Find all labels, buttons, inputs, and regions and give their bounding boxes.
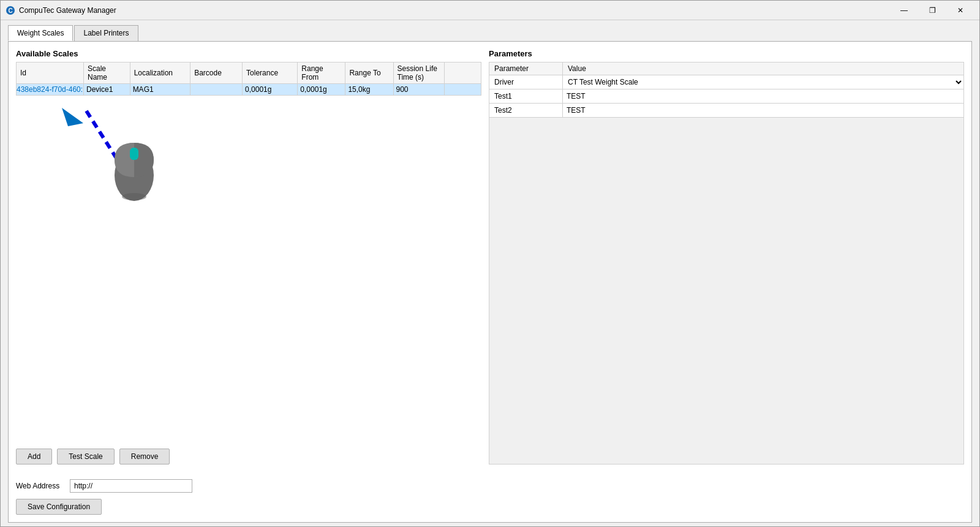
param-name-test1: Test1 [489, 89, 563, 104]
col-id: Id [17, 63, 84, 84]
param-row-test2: Test2 [489, 104, 964, 118]
table-row[interactable]: 438eb824-f70d-460: [17, 84, 481, 96]
content-area: Available Scales Id Scale Name Localizat… [8, 41, 972, 523]
app-title: CompuTec Gateway Manager [19, 6, 116, 15]
col-parameter: Parameter [489, 63, 563, 75]
col-range-to: Range To [345, 63, 393, 84]
right-panel: Parameters Parameter Value Driver [489, 49, 964, 464]
app-icon: C [6, 6, 15, 15]
param-value-test2[interactable] [563, 104, 964, 118]
maximize-button[interactable]: ❐ [918, 1, 946, 20]
col-localization: Localization [130, 63, 190, 84]
tab-weight-scales[interactable]: Weight Scales [8, 25, 73, 41]
svg-point-8 [122, 193, 146, 200]
available-scales-title: Available Scales [16, 49, 481, 58]
web-address-label: Web Address [16, 482, 65, 490]
cell-localization[interactable] [130, 84, 190, 96]
remove-button[interactable]: Remove [119, 449, 170, 464]
title-bar: C CompuTec Gateway Manager — ❐ ✕ [1, 1, 979, 20]
test-scale-button[interactable]: Test Scale [57, 449, 114, 464]
add-button[interactable]: Add [16, 449, 52, 464]
param-value-test1[interactable] [563, 89, 964, 104]
col-value: Value [563, 63, 964, 75]
session-life-time-input[interactable] [394, 84, 444, 95]
tabs: Weight Scales Label Printers [8, 25, 972, 41]
col-range-from: Range From [298, 63, 345, 84]
params-gray-area [489, 118, 964, 464]
bottom-section: Web Address Save Configuration [16, 474, 964, 515]
svg-rect-7 [130, 148, 138, 160]
title-bar-controls: — ❐ ✕ [890, 1, 974, 20]
main-content: Weight Scales Label Printers Available S… [1, 20, 979, 527]
localization-input[interactable] [130, 84, 190, 95]
save-configuration-button[interactable]: Save Configuration [16, 499, 102, 515]
param-name-driver: Driver [489, 75, 563, 89]
cell-scale-name[interactable] [84, 84, 130, 96]
cell-range-to[interactable] [345, 84, 393, 96]
cell-tolerance[interactable] [243, 84, 298, 96]
tab-label-printers[interactable]: Label Printers [74, 25, 138, 41]
barcode-input[interactable] [190, 84, 242, 95]
col-barcode: Barcode [190, 63, 243, 84]
scales-table: Id Scale Name Localization Barcode Toler… [16, 62, 481, 96]
cell-barcode[interactable] [190, 84, 243, 96]
param-value-driver[interactable]: CT Test Weight Scale [563, 75, 964, 89]
cell-extra [445, 84, 481, 96]
test1-input[interactable] [563, 90, 963, 102]
range-from-input[interactable] [298, 84, 345, 95]
left-panel: Available Scales Id Scale Name Localizat… [16, 49, 481, 464]
driver-select[interactable]: CT Test Weight Scale [563, 75, 963, 89]
cell-id: 438eb824-f70d-460: [17, 84, 84, 96]
svg-text:C: C [8, 7, 12, 14]
param-row-test1: Test1 [489, 89, 964, 104]
col-session-life-time: Session Life Time (s) [393, 63, 444, 84]
col-extra [445, 63, 481, 84]
cell-range-from[interactable] [298, 84, 345, 96]
table-header-row: Id Scale Name Localization Barcode Toler… [17, 63, 481, 84]
scale-name-input[interactable] [84, 84, 130, 95]
minimize-button[interactable]: — [890, 1, 918, 20]
col-tolerance: Tolerance [243, 63, 298, 84]
params-header-row: Parameter Value [489, 63, 964, 75]
cell-session-life-time[interactable] [393, 84, 444, 96]
parameters-table: Parameter Value Driver CT Test Weight Sc… [489, 62, 964, 118]
title-bar-left: C CompuTec Gateway Manager [6, 6, 116, 15]
col-scale-name: Scale Name [84, 63, 130, 84]
mouse-illustration [107, 129, 162, 203]
param-name-test2: Test2 [489, 104, 563, 118]
test2-input[interactable] [563, 104, 963, 116]
buttons-row: Add Test Scale Remove [16, 449, 481, 464]
svg-marker-3 [62, 108, 83, 126]
web-address-input[interactable] [70, 479, 192, 493]
range-to-input[interactable] [345, 84, 393, 95]
panels-row: Available Scales Id Scale Name Localizat… [16, 49, 964, 464]
param-row-driver: Driver CT Test Weight Scale [489, 75, 964, 89]
parameters-title: Parameters [489, 49, 964, 58]
web-address-row: Web Address [16, 479, 964, 493]
close-button[interactable]: ✕ [946, 1, 974, 20]
tolerance-input[interactable] [243, 84, 297, 95]
scale-visualization [16, 96, 481, 444]
